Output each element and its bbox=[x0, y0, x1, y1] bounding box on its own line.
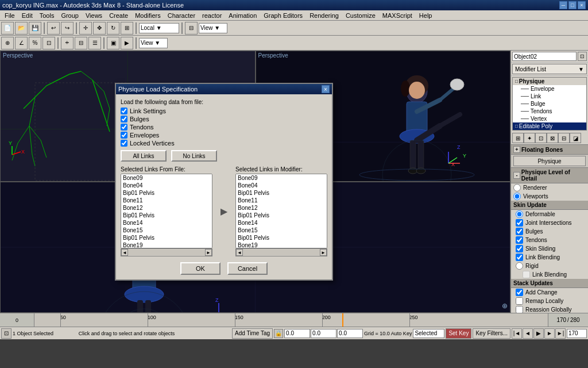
add-time-tag-button[interactable]: Add Time Tag bbox=[232, 328, 273, 339]
undo-btn[interactable]: ↩ bbox=[47, 22, 60, 34]
restore-btn[interactable]: □ bbox=[568, 1, 577, 9]
object-settings-btn[interactable]: ⊡ bbox=[578, 52, 587, 61]
minimize-btn[interactable]: ─ bbox=[559, 1, 567, 9]
vertex-item[interactable]: ── Vertex bbox=[513, 115, 586, 122]
physique-main-btn[interactable]: Physique bbox=[513, 156, 586, 166]
rotate-btn[interactable]: ↻ bbox=[107, 22, 119, 34]
physique-lod-header[interactable]: - Physique Level of Detail bbox=[511, 168, 588, 183]
bulges-dialog-checkbox[interactable] bbox=[121, 116, 127, 122]
menu-maxscript[interactable]: MAXScript bbox=[379, 12, 416, 20]
frame-number-field[interactable]: 170 bbox=[567, 329, 587, 338]
right-listbox[interactable]: Bone09 Bone04 Bip01 Pelvis Bone11 Bone12… bbox=[235, 174, 327, 248]
menu-rendering[interactable]: Rendering bbox=[306, 12, 342, 20]
bulges-check[interactable] bbox=[516, 228, 523, 235]
all-links-button[interactable]: All Links bbox=[121, 150, 167, 162]
menu-tools[interactable]: Tools bbox=[36, 12, 58, 20]
tendons-item[interactable]: ── Tendons bbox=[513, 108, 586, 115]
layer-btn[interactable]: ⊟ bbox=[185, 22, 198, 34]
stack-updates-header[interactable]: Stack Updates bbox=[511, 279, 588, 288]
animate-mode-btn[interactable]: ⊡ bbox=[1, 328, 11, 339]
link-blending2-check[interactable] bbox=[523, 271, 530, 278]
timeline-bar[interactable]: 50 100 150 200 250 bbox=[34, 313, 548, 327]
viewports-radio[interactable] bbox=[513, 193, 521, 200]
physique-btn6[interactable]: ◪ bbox=[570, 133, 581, 143]
view2-dropdown[interactable]: View ▼ bbox=[139, 38, 168, 48]
right-scroll-track[interactable] bbox=[243, 250, 320, 255]
menu-modifiers[interactable]: Modifiers bbox=[131, 12, 164, 20]
physique-btn2[interactable]: ✦ bbox=[524, 133, 535, 143]
link-settings-checkbox[interactable] bbox=[121, 108, 127, 114]
snap-btn[interactable]: ⊕ bbox=[1, 37, 14, 49]
envelopes-checkbox[interactable] bbox=[121, 132, 127, 139]
layer-mgr-btn[interactable]: ☰ bbox=[88, 37, 101, 49]
physique-btn4[interactable]: ⊠ bbox=[547, 133, 558, 143]
right-hscroll[interactable]: ◄ ► bbox=[235, 248, 327, 256]
timeline-track[interactable]: 50 100 150 200 250 bbox=[34, 313, 548, 327]
menu-character[interactable]: Character bbox=[164, 12, 199, 20]
physique-btn5[interactable]: ⊟ bbox=[558, 133, 570, 143]
envelope-item[interactable]: ── Envelope bbox=[513, 85, 586, 93]
ok-button[interactable]: OK bbox=[180, 262, 220, 275]
spinner-snap-btn[interactable]: ⊡ bbox=[42, 37, 55, 49]
reassign-globally-check[interactable] bbox=[516, 306, 523, 313]
dialog-close-btn[interactable]: × bbox=[322, 85, 330, 93]
left-scroll-left[interactable]: ◄ bbox=[121, 249, 128, 256]
skin-sliding-check[interactable] bbox=[516, 245, 523, 252]
right-scroll-left[interactable]: ◄ bbox=[236, 249, 243, 256]
floating-bones-header[interactable]: + Floating Bones bbox=[511, 145, 588, 155]
x-field[interactable]: 0.0 bbox=[284, 329, 310, 338]
mirror-btn[interactable]: ⫩ bbox=[61, 37, 74, 49]
menu-reactor[interactable]: reactor bbox=[199, 12, 225, 20]
left-scroll-track[interactable] bbox=[128, 250, 205, 255]
locked-vertices-checkbox[interactable] bbox=[121, 140, 127, 147]
left-scroll-right[interactable]: ► bbox=[205, 249, 212, 256]
next-key-btn[interactable]: ►| bbox=[555, 328, 566, 339]
menu-group[interactable]: Group bbox=[57, 12, 82, 20]
modifier-list-dropdown[interactable]: Modifier List ▼ bbox=[512, 64, 587, 74]
remap-locally-check[interactable] bbox=[516, 297, 523, 305]
key-filters-button[interactable]: Key Filters... bbox=[473, 328, 510, 339]
joint-intersections-check[interactable] bbox=[516, 219, 523, 227]
prev-key-btn[interactable]: |◄ bbox=[512, 328, 522, 339]
open-btn[interactable]: 📂 bbox=[15, 22, 28, 34]
no-links-button[interactable]: No Links bbox=[171, 150, 217, 162]
prev-frame-btn[interactable]: ◄ bbox=[523, 328, 533, 339]
tendons-check[interactable] bbox=[516, 236, 523, 244]
link-item[interactable]: ── Link bbox=[513, 93, 586, 100]
play-btn[interactable]: ▶ bbox=[533, 328, 544, 339]
menu-create[interactable]: Create bbox=[106, 12, 131, 20]
auto-key-value[interactable]: Selected bbox=[413, 329, 444, 338]
angle-snap-btn[interactable]: ∠ bbox=[15, 37, 28, 49]
menu-views[interactable]: Views bbox=[82, 12, 106, 20]
align-btn[interactable]: ⊟ bbox=[75, 37, 87, 49]
renderer-radio[interactable] bbox=[513, 184, 521, 191]
editable-poly-item[interactable]: □ Editable Poly bbox=[513, 122, 586, 130]
next-frame-btn[interactable]: ► bbox=[544, 328, 555, 339]
rigid-radio[interactable] bbox=[516, 262, 523, 270]
physique-tree-item[interactable]: □ Physique bbox=[513, 78, 586, 85]
scale-btn[interactable]: ⊞ bbox=[121, 22, 133, 34]
percent-snap-btn[interactable]: % bbox=[29, 37, 41, 49]
set-key-button[interactable]: Set Key bbox=[446, 328, 471, 339]
menu-file[interactable]: File bbox=[1, 12, 18, 20]
view-dropdown[interactable]: View ▼ bbox=[199, 23, 227, 33]
y-field[interactable]: 0.0 bbox=[311, 329, 336, 338]
menu-animation[interactable]: Animation bbox=[225, 12, 260, 20]
render-scene-btn[interactable]: ▣ bbox=[107, 37, 119, 49]
reference-dropdown[interactable]: Local ▼ bbox=[139, 23, 179, 33]
quick-render-btn[interactable]: ▶ bbox=[121, 37, 133, 49]
link-blending-check[interactable] bbox=[516, 254, 523, 261]
tendons-dialog-checkbox[interactable] bbox=[121, 124, 127, 131]
object-name-input[interactable] bbox=[512, 52, 577, 61]
redo-btn[interactable]: ↪ bbox=[61, 22, 74, 34]
skin-update-header[interactable]: Skin Update bbox=[511, 201, 588, 210]
save-btn[interactable]: 💾 bbox=[29, 22, 41, 34]
add-change-check[interactable] bbox=[516, 289, 523, 296]
move-btn[interactable]: ✥ bbox=[93, 22, 106, 34]
menu-graph-editors[interactable]: Graph Editors bbox=[260, 12, 306, 20]
physique-btn3[interactable]: ⊡ bbox=[535, 133, 547, 143]
physique-lod-collapse[interactable]: - bbox=[513, 172, 520, 179]
select-btn[interactable]: ✛ bbox=[79, 22, 92, 34]
physique-btn1[interactable]: ⊞ bbox=[512, 133, 524, 143]
cancel-button[interactable]: Cancel bbox=[227, 262, 268, 275]
